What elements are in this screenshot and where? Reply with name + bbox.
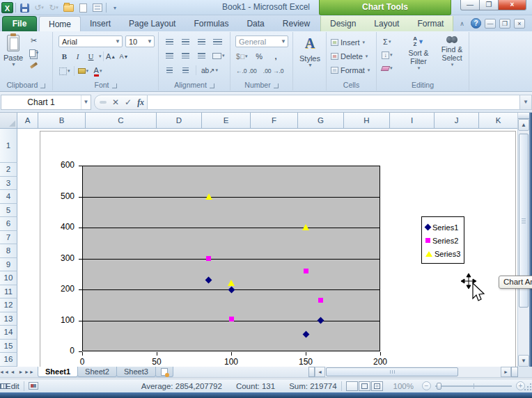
tab-split-handle[interactable] — [308, 367, 315, 377]
column-header-I[interactable]: I — [390, 113, 435, 129]
column-header-F[interactable]: F — [251, 113, 298, 129]
column-header-C[interactable]: C — [86, 113, 157, 129]
column-header-B[interactable]: B — [38, 113, 86, 129]
sort-filter-button[interactable]: AZ▼ Sort & Filter ▾ — [403, 36, 434, 71]
data-point-series2[interactable] — [229, 317, 234, 321]
horizontal-scrollbar[interactable] — [325, 367, 501, 377]
row-header-11[interactable]: 11 — [0, 285, 17, 299]
row-header-13[interactable]: 13 — [0, 312, 17, 326]
row-header-3[interactable]: 3 — [0, 177, 17, 191]
zoom-thumb[interactable] — [437, 383, 441, 390]
doc-close-button[interactable]: × — [514, 19, 525, 29]
wrap-text-button[interactable] — [212, 36, 224, 47]
insert-worksheet-tab[interactable] — [155, 367, 173, 377]
column-header-A[interactable]: A — [17, 113, 38, 129]
tab-data[interactable]: Data — [237, 16, 273, 31]
borders-button[interactable]: ▾ — [58, 65, 71, 77]
data-point-series3[interactable] — [205, 193, 212, 200]
sheet-tab-sheet1[interactable]: Sheet1 — [38, 367, 78, 377]
chart-object[interactable]: Series1Series2Series3 010020030040050060… — [40, 131, 516, 367]
row-header-14[interactable]: 14 — [0, 326, 17, 340]
top-align-button[interactable] — [164, 36, 175, 47]
autosum-button[interactable]: Σ▾ — [381, 36, 393, 47]
dialog-launcher-icon[interactable] — [274, 83, 279, 88]
row-header-2[interactable]: 2 — [0, 163, 17, 177]
scroll-right-icon[interactable]: ► — [501, 367, 511, 377]
decrease-decimal-button[interactable]: .00 →.0 — [263, 65, 285, 77]
format-cells-button[interactable]: Format▾ — [328, 64, 370, 76]
legend-item-series1[interactable]: Series1 — [425, 221, 464, 234]
column-header-K[interactable]: K — [479, 113, 518, 129]
help-icon[interactable]: ? — [471, 18, 481, 29]
horizontal-split-handle[interactable] — [511, 367, 518, 377]
doc-restore-button[interactable]: ❐ — [499, 19, 510, 29]
fill-button[interactable]: ↓▾ — [381, 49, 393, 61]
copy-button[interactable]: ▾ — [28, 47, 40, 58]
column-header-H[interactable]: H — [344, 113, 390, 129]
first-sheet-icon[interactable]: ◄◄ — [0, 367, 8, 377]
increase-indent-button[interactable] — [180, 65, 191, 76]
scroll-up-icon[interactable]: ▲ — [518, 119, 529, 131]
underline-button[interactable]: U — [85, 51, 97, 62]
tab-formulas[interactable]: Formulas — [185, 16, 237, 31]
normal-view-button[interactable] — [346, 381, 358, 391]
horizontal-scroll-thumb[interactable] — [326, 367, 458, 376]
fill-color-button[interactable]: ▾ — [77, 65, 90, 77]
chart-legend[interactable]: Series1Series2Series3 — [421, 216, 464, 264]
number-format-combo[interactable]: General▼ — [235, 35, 288, 47]
legend-item-series3[interactable]: Series3 — [425, 247, 464, 260]
row-header-7[interactable]: 7 — [0, 231, 17, 245]
bold-button[interactable]: B — [58, 51, 70, 62]
font-size-combo[interactable]: 10▼ — [125, 35, 155, 47]
collapse-ribbon-icon[interactable]: ∧ — [457, 18, 467, 29]
align-right-button[interactable] — [196, 50, 208, 61]
minimize-button[interactable]: — — [460, 0, 480, 10]
column-header-D[interactable]: D — [157, 113, 202, 129]
page-break-view-button[interactable] — [371, 381, 383, 391]
cancel-icon[interactable]: ✕ — [112, 95, 119, 109]
align-left-button[interactable] — [164, 50, 175, 61]
scroll-down-icon[interactable]: ▼ — [518, 355, 529, 367]
dialog-launcher-icon[interactable] — [40, 83, 45, 88]
clear-button[interactable]: ▾ — [381, 63, 393, 74]
close-button[interactable]: × — [499, 0, 526, 10]
row-header-12[interactable]: 12 — [0, 298, 17, 312]
legend-item-series2[interactable]: Series2 — [425, 234, 464, 247]
prev-sheet-icon[interactable]: ◄ — [8, 367, 17, 377]
row-header-5[interactable]: 5 — [0, 204, 17, 218]
row-header-10[interactable]: 10 — [0, 271, 17, 285]
formula-input[interactable] — [148, 95, 520, 110]
paste-button[interactable]: Paste ▼ — [3, 35, 23, 67]
tab-page-layout[interactable]: Page Layout — [120, 16, 185, 31]
row-header-8[interactable]: 8 — [0, 244, 17, 258]
row-header-1[interactable]: 1 — [0, 129, 17, 163]
percent-style-button[interactable]: % — [253, 51, 265, 62]
data-point-series3[interactable] — [302, 224, 309, 230]
font-color-button[interactable]: A▾ — [92, 65, 104, 77]
scroll-left-icon[interactable]: ◄ — [315, 367, 325, 377]
page-layout-view-button[interactable] — [359, 381, 370, 391]
format-painter-button[interactable] — [28, 60, 40, 71]
zoom-slider[interactable]: − + — [422, 381, 525, 390]
dialog-launcher-icon[interactable] — [112, 83, 117, 88]
zoom-out-icon[interactable]: − — [422, 381, 431, 390]
shrink-font-button[interactable]: A▼ — [118, 51, 130, 62]
sheet-tab-sheet3[interactable]: Sheet3 — [116, 367, 156, 377]
name-box[interactable]: Chart 1 ▼ — [1, 95, 91, 110]
doc-minimize-button[interactable]: — — [485, 19, 496, 29]
orientation-button[interactable]: ab↗▾ — [201, 65, 219, 76]
font-name-combo[interactable]: Arial▼ — [58, 35, 123, 47]
accounting-format-button[interactable]: $⃝▾ — [235, 51, 249, 62]
bottom-align-button[interactable] — [196, 36, 208, 47]
increase-decimal-button[interactable]: ←.0 .00 — [235, 65, 258, 77]
data-point-series2[interactable] — [206, 256, 211, 261]
middle-align-button[interactable] — [180, 36, 191, 47]
row-header-9[interactable]: 9 — [0, 258, 17, 272]
insert-cells-button[interactable]: Insert▾ — [328, 36, 370, 48]
tab-insert[interactable]: Insert — [81, 16, 120, 31]
insert-function-icon[interactable]: fx — [137, 95, 144, 109]
maximize-button[interactable]: ❐ — [480, 0, 499, 10]
sheet-tab-sheet2[interactable]: Sheet2 — [77, 367, 117, 377]
vertical-split-handle[interactable] — [518, 113, 529, 119]
macro-record-icon[interactable] — [29, 382, 38, 390]
